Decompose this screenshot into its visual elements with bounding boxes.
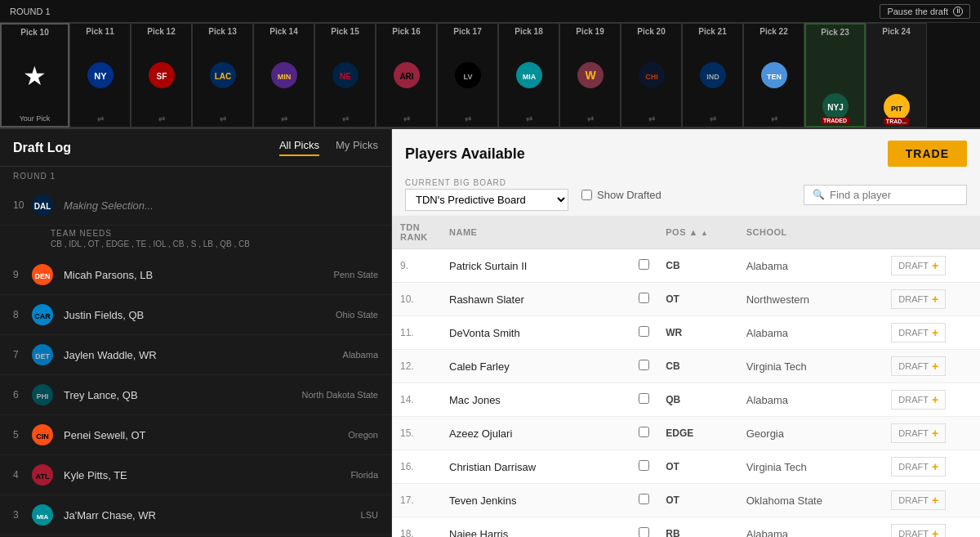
pos-cell: CB: [657, 249, 738, 283]
pick-card-10[interactable]: Pick 10 ★ Your Pick: [0, 23, 69, 128]
pick-card-24[interactable]: Pick 24 PIT TRAD...: [866, 23, 927, 128]
pick-card-21[interactable]: Pick 21 IND ⇄: [682, 23, 743, 128]
draft-pick-row-6: 6 PHI Trey Lance, QB North Dakota State: [0, 375, 391, 415]
pick-label-20: Pick 20: [637, 27, 665, 36]
compare-checkbox-cell[interactable]: [630, 383, 657, 417]
pick-card-19[interactable]: Pick 19 W ⇄: [559, 23, 621, 128]
pick-num-3: 3: [13, 509, 29, 521]
action-cell[interactable]: DRAFT +: [883, 484, 980, 517]
school-cell: Northwestern: [738, 283, 884, 316]
search-box[interactable]: 🔍: [804, 185, 967, 205]
team-logo-20: CHI: [635, 59, 668, 92]
table-row: 12. Caleb Farley CB Virginia Tech DRAFT …: [392, 350, 980, 383]
action-cell[interactable]: DRAFT +: [883, 283, 980, 316]
making-selection-text: Making Selection...: [64, 199, 378, 212]
pick-num-6: 6: [13, 389, 29, 401]
pick-card-11[interactable]: Pick 11 NY ⇄: [69, 23, 131, 128]
svg-text:CHI: CHI: [645, 73, 658, 81]
col-rank: TDN RANK: [392, 216, 441, 249]
team-icon-9: DEN: [29, 262, 56, 288]
pick-card-18[interactable]: Pick 18 MIA ⇄: [498, 23, 559, 128]
pick-num-7: 7: [13, 349, 29, 360]
rank-cell: 15.: [392, 417, 441, 450]
compare-checkbox-cell[interactable]: [630, 283, 657, 316]
svg-text:CIN: CIN: [36, 432, 49, 441]
compare-checkbox[interactable]: [639, 326, 649, 337]
search-input[interactable]: [830, 189, 958, 201]
name-cell: Rashawn Slater: [441, 283, 630, 316]
swap-icon-11: ⇄: [97, 114, 104, 123]
compare-checkbox[interactable]: [639, 393, 649, 404]
pick-card-16[interactable]: Pick 16 ARI ⇄: [376, 23, 437, 128]
big-board-label: CURRENT BIG BOARD: [405, 178, 568, 187]
pause-draft-button[interactable]: Pause the draft ⏸: [880, 4, 970, 19]
svg-text:ARI: ARI: [399, 72, 413, 81]
action-cell[interactable]: DRAFT +: [883, 450, 980, 484]
pick-card-15[interactable]: Pick 15 NE ⇄: [314, 23, 376, 128]
pick-card-17[interactable]: Pick 17 LV ⇄: [437, 23, 498, 128]
compare-checkbox[interactable]: [639, 460, 649, 471]
compare-checkbox-cell[interactable]: [630, 350, 657, 383]
compare-checkbox-cell[interactable]: [630, 249, 657, 283]
compare-checkbox[interactable]: [639, 427, 649, 437]
player-info-5: Penei Sewell, OT: [64, 429, 348, 441]
svg-text:MIN: MIN: [277, 73, 291, 81]
draft-button[interactable]: DRAFT +: [891, 256, 946, 275]
school-cell: Alabama: [738, 249, 884, 283]
pos-cell: QB: [657, 383, 738, 417]
compare-checkbox[interactable]: [639, 259, 649, 270]
compare-checkbox-cell[interactable]: [630, 484, 657, 517]
rank-cell: 10.: [392, 283, 441, 316]
action-cell[interactable]: DRAFT +: [883, 350, 980, 383]
pick-card-13[interactable]: Pick 13 LAC ⇄: [192, 23, 253, 128]
school-cell: Virginia Tech: [738, 450, 884, 484]
pick-card-12[interactable]: Pick 12 SF ⇄: [131, 23, 192, 128]
col-checkbox: [630, 216, 657, 249]
draft-button[interactable]: DRAFT +: [891, 423, 946, 443]
board-selector-group: CURRENT BIG BOARD TDN's Predictive Board…: [405, 178, 568, 211]
pick-card-14[interactable]: Pick 14 MIN ⇄: [253, 23, 314, 128]
swap-icon-12: ⇄: [158, 114, 165, 123]
compare-checkbox[interactable]: [639, 293, 649, 303]
player-info-7: Jaylen Waddle, WR: [64, 349, 343, 361]
compare-checkbox-cell[interactable]: [630, 450, 657, 484]
school-cell: Oklahoma State: [738, 484, 884, 517]
swap-icon-15: ⇄: [342, 114, 349, 123]
draft-button[interactable]: DRAFT +: [891, 289, 946, 309]
draft-button[interactable]: DRAFT +: [891, 356, 946, 376]
table-header-row: TDN RANK NAME POS ▲ SCHOOL: [392, 216, 980, 249]
tab-all-picks[interactable]: All Picks: [279, 139, 319, 156]
trade-button[interactable]: TRADE: [888, 141, 967, 167]
compare-checkbox[interactable]: [639, 360, 649, 370]
board-select[interactable]: TDN's Predictive Board Custom Board ESPN…: [405, 189, 568, 211]
compare-checkbox-cell[interactable]: [630, 517, 657, 538]
pick-card-23[interactable]: Pick 23 NYJ TRADED: [804, 23, 866, 128]
round-label-1: ROUND 1: [0, 167, 391, 186]
swap-icon-16: ⇄: [403, 114, 410, 123]
draft-button[interactable]: DRAFT +: [891, 490, 946, 510]
show-drafted-label[interactable]: Show Drafted: [581, 189, 662, 201]
team-needs-values: CB , IDL , OT , EDGE , TE , IOL , CB , S…: [0, 239, 391, 255]
draft-label: DRAFT: [898, 428, 929, 438]
action-cell[interactable]: DRAFT +: [883, 517, 980, 538]
pick-label-17: Pick 17: [453, 27, 481, 36]
action-cell[interactable]: DRAFT +: [883, 383, 980, 417]
draft-button[interactable]: DRAFT +: [891, 524, 946, 537]
team-icon-10: DAL: [29, 192, 56, 218]
col-pos[interactable]: POS ▲: [657, 216, 738, 249]
draft-button[interactable]: DRAFT +: [891, 390, 946, 409]
action-cell[interactable]: DRAFT +: [883, 316, 980, 350]
compare-checkbox[interactable]: [639, 527, 649, 537]
tab-my-picks[interactable]: My Picks: [336, 139, 378, 156]
compare-checkbox-cell[interactable]: [630, 316, 657, 350]
right-panel: Players Available TRADE CURRENT BIG BOAR…: [392, 129, 980, 537]
compare-checkbox-cell[interactable]: [630, 417, 657, 450]
compare-checkbox[interactable]: [639, 494, 649, 504]
draft-button[interactable]: DRAFT +: [891, 457, 946, 477]
pick-card-22[interactable]: Pick 22 TEN ⇄: [743, 23, 804, 128]
action-cell[interactable]: DRAFT +: [883, 417, 980, 450]
draft-button[interactable]: DRAFT +: [891, 323, 946, 342]
show-drafted-checkbox[interactable]: [581, 190, 592, 200]
action-cell[interactable]: DRAFT +: [883, 249, 980, 283]
pick-card-20[interactable]: Pick 20 CHI ⇄: [621, 23, 682, 128]
